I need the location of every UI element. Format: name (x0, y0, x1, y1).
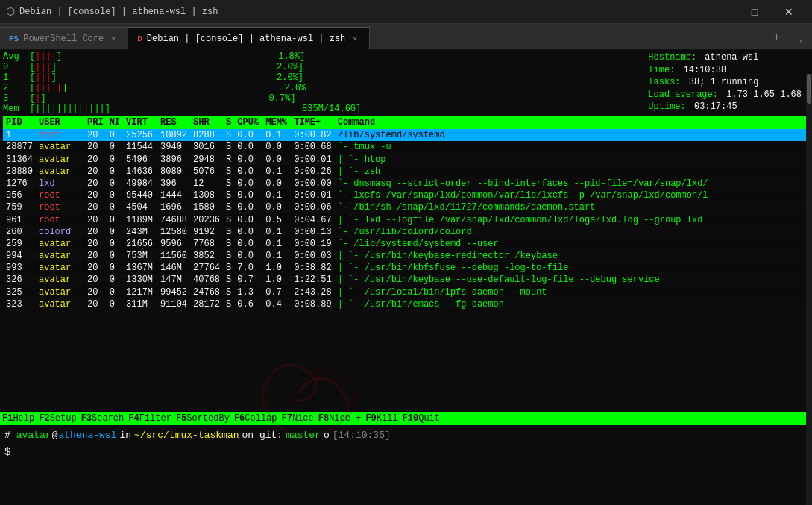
col-header-time: TIME+ (291, 116, 334, 129)
cell-cmd: `- tmux -u (335, 141, 809, 153)
table-row[interactable]: 28880 avatar 20 0 14636 8080 5076 S 0.0 … (3, 166, 809, 178)
close-button[interactable]: ✕ (772, 0, 806, 24)
table-row[interactable]: 759 root 20 0 4504 1696 1580 S 0.0 0.0 0… (3, 201, 809, 213)
cell-pid: 323 (3, 298, 36, 310)
table-header-row: PID USER PRI NI VIRT RES SHR S CPU% MEM%… (3, 116, 809, 129)
cell-cpu: 0.0 (234, 189, 262, 201)
footer-f3[interactable]: F3Search (79, 413, 127, 424)
tab-debian[interactable]: D Debian | [console] | athena-wsl | zsh … (128, 27, 370, 49)
tab-ps-icon: PS (9, 34, 19, 43)
cell-pri: 20 (84, 298, 107, 310)
terminal-scrollbar[interactable] (806, 74, 812, 505)
cell-cmd: | `- /usr/local/bin/ipfs daemon --mount (335, 286, 809, 298)
cell-shr: 5076 (190, 166, 223, 178)
cell-shr: 2948 (190, 154, 223, 166)
tab-debian-label: Debian | [console] | athena-wsl | zsh (147, 34, 345, 44)
process-table: PID USER PRI NI VIRT RES SHR S CPU% MEM%… (3, 116, 809, 310)
cell-shr: 3016 (190, 141, 223, 153)
cell-user: avatar (36, 286, 84, 298)
time-line: Time: 14:10:38 (648, 64, 802, 77)
shell-prompt: # avatar @ athena-wsl in ~/src/tmux-task… (4, 428, 808, 443)
tab-powershell[interactable]: PS PowerShell Core ✕ (0, 27, 128, 49)
cell-mem: 0.0 (262, 201, 291, 213)
tab-ps-close[interactable]: ✕ (108, 34, 119, 44)
cell-s: S (223, 274, 234, 286)
tab-overflow-button[interactable]: ⌄ (790, 27, 812, 49)
footer-f10[interactable]: F10Quit (400, 413, 442, 424)
cell-pid: 259 (3, 238, 36, 250)
prompt-at: @ (52, 428, 58, 443)
cell-user: root (36, 214, 84, 226)
footer-f9[interactable]: F9Kill (363, 413, 400, 424)
uptime-value: 03:17:45 (694, 101, 737, 112)
table-row[interactable]: 259 avatar 20 0 21656 9596 7768 S 0.0 0.… (3, 238, 809, 250)
cell-user: colord (36, 226, 84, 238)
table-row[interactable]: 961 root 20 0 1189M 74688 20236 S 0.0 0.… (3, 214, 809, 226)
table-row[interactable]: 956 root 20 0 95440 1444 1308 S 0.0 0.1 … (3, 189, 809, 201)
table-row[interactable]: 325 avatar 20 0 1217M 99452 24768 S 1.3 … (3, 286, 809, 298)
mem-bar: [ (30, 103, 35, 115)
footer-f8[interactable]: F8Nice + (316, 413, 364, 424)
cell-cmd: `- dnsmasq --strict-order --bind-interfa… (335, 178, 809, 189)
cell-s: S (223, 298, 234, 310)
cell-s: S (223, 226, 234, 238)
col-header-cmd: Command (335, 116, 809, 129)
cell-shr: 8288 (190, 129, 223, 141)
titlebar-controls: — □ ✕ (703, 0, 806, 24)
cell-mem: 1.0 (262, 274, 291, 286)
prompt-branch: master (286, 428, 321, 443)
table-row[interactable]: 994 avatar 20 0 753M 11560 3852 S 0.0 0.… (3, 250, 809, 262)
footer-f4[interactable]: F4Filter (126, 413, 174, 424)
cell-pri: 20 (84, 262, 107, 274)
cell-cpu: 0.6 (234, 298, 262, 310)
cell-virt: 95440 (123, 189, 157, 201)
col-header-pid: PID (3, 116, 36, 129)
cell-pid: 759 (3, 201, 36, 213)
cell-cmd: | `- /usr/bin/keybase-redirector /keybas… (335, 250, 809, 262)
cell-shr: 1580 (190, 201, 223, 213)
cell-res: 1696 (157, 201, 190, 213)
cell-mem: 0.1 (262, 189, 291, 201)
tab-debian-close[interactable]: ✕ (350, 34, 360, 44)
tasks-line: Tasks: 38; 1 running (648, 76, 802, 89)
table-row[interactable]: 326 avatar 20 0 1330M 147M 40768 S 0.7 1… (3, 274, 809, 286)
cell-ni: 0 (107, 298, 123, 310)
cell-cpu: 1.3 (234, 286, 262, 298)
cell-ni: 0 (107, 178, 123, 189)
cell-mem: 0.7 (262, 286, 291, 298)
cell-cmd: `- /usr/lib/colord/colord (335, 226, 809, 238)
scrollbar-thumb[interactable] (807, 74, 811, 104)
footer-f6[interactable]: F6Collap (232, 413, 280, 424)
maximize-button[interactable]: □ (737, 0, 772, 24)
cell-user: avatar (36, 274, 84, 286)
tab-debian-icon: D (137, 34, 142, 43)
cell-user: avatar (36, 298, 84, 310)
minimize-button[interactable]: — (703, 0, 737, 24)
table-row[interactable]: 993 avatar 20 0 1367M 146M 27764 S 7.0 1… (3, 262, 809, 274)
cell-user: root (36, 189, 84, 201)
table-row[interactable]: 1276 lxd 20 0 49984 396 12 S 0.0 0.0 0:0… (3, 178, 809, 189)
table-row[interactable]: 260 colord 20 0 243M 12580 9192 S 0.0 0.… (3, 226, 809, 238)
footer-f5[interactable]: F5SortedBy (174, 413, 232, 424)
cell-s: S (223, 141, 234, 153)
mem-label: Mem (3, 103, 30, 115)
table-row[interactable]: 1 root 20 0 25256 10892 8288 S 0.0 0.1 0… (3, 129, 809, 141)
cell-shr: 20236 (190, 214, 223, 226)
footer-f2[interactable]: F2Setup (37, 413, 78, 424)
cell-time: 1:22.51 (291, 274, 334, 286)
footer-f1[interactable]: F1Help (0, 413, 37, 424)
table-row[interactable]: 323 avatar 20 0 311M 91104 28172 S 0.6 0… (3, 298, 809, 310)
cell-cmd: | `- zsh (335, 166, 809, 178)
cell-shr: 7768 (190, 238, 223, 250)
tab-add-button[interactable]: + (764, 27, 790, 49)
time-label: Time: (648, 65, 675, 75)
table-row[interactable]: 31364 avatar 20 0 5496 3896 2948 R 0.0 0… (3, 154, 809, 166)
cell-pid: 961 (3, 214, 36, 226)
cell-cpu: 7.0 (234, 262, 262, 274)
tasks-label: Tasks: (648, 77, 680, 87)
cell-user: root (36, 201, 84, 213)
cell-s: S (223, 166, 234, 178)
table-row[interactable]: 28877 avatar 20 0 11544 3940 3016 S 0.0 … (3, 141, 809, 153)
cell-mem: 1.0 (262, 262, 291, 274)
footer-f7[interactable]: F7Nice (280, 413, 316, 424)
